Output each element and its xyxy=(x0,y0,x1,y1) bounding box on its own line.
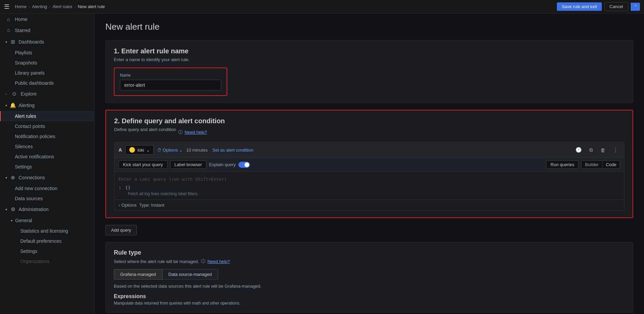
section-query: 2. Define query and alert condition Defi… xyxy=(105,110,633,218)
alerting-icon: 🔔 xyxy=(10,102,16,108)
options-expand-label: Options xyxy=(121,203,136,208)
topbar-right: Save rule and exit Cancel ⌃ xyxy=(557,2,640,11)
sidebar-section-general[interactable]: ▾ General xyxy=(0,215,94,226)
sidebar-item-starred[interactable]: ☆ Starred xyxy=(0,25,94,36)
add-connection-label: Add new connection xyxy=(15,186,57,191)
code-button[interactable]: Code xyxy=(602,161,620,168)
sidebar-section-dashboards[interactable]: ▾ ⊞ Dashboards xyxy=(0,36,94,48)
sidebar-alerting-label: Alerting xyxy=(19,103,34,108)
sidebar-item-data-sources[interactable]: Data sources xyxy=(0,193,94,204)
dashboards-arrow-icon: ▾ xyxy=(5,40,7,44)
sidebar-item-snapshots[interactable]: Snapshots xyxy=(0,58,94,68)
sidebar-item-library-panels[interactable]: Library panels xyxy=(0,68,94,78)
cancel-button[interactable]: Cancel xyxy=(604,2,628,11)
options-expand[interactable]: › Options xyxy=(119,203,136,208)
rule-type-help-link[interactable]: Need help? xyxy=(207,259,230,264)
more-icon-btn[interactable]: ⋮ xyxy=(611,146,620,154)
kick-start-button[interactable]: Kick start your query xyxy=(119,160,168,169)
home-icon: ⌂ xyxy=(5,16,11,22)
query-help-link[interactable]: Need help? xyxy=(185,130,207,135)
playlists-label: Playlists xyxy=(15,50,32,55)
general-arrow-icon: ▾ xyxy=(11,219,12,223)
builder-code-group: Builder Code xyxy=(581,160,620,169)
sidebar-dashboards-label: Dashboards xyxy=(19,39,44,45)
alert-rules-label: Alert rules xyxy=(15,113,36,119)
toggle-knob xyxy=(244,162,249,167)
sidebar-item-add-connection[interactable]: Add new connection xyxy=(0,183,94,193)
save-rule-button[interactable]: Save rule and exit xyxy=(557,2,601,11)
sidebar-item-explore[interactable]: › ⊙ Explore xyxy=(0,88,94,100)
toolbar-right: Run queries Builder Code xyxy=(546,160,620,169)
query-header-right: 🕐 ⧉ 🗑 ⋮ xyxy=(573,146,620,154)
default-preferences-label: Default preferences xyxy=(20,238,61,244)
admin-settings-label: Settings xyxy=(20,248,37,254)
sidebar-section-connections[interactable]: ▾ ⊕ Connections xyxy=(0,172,94,183)
query-hint: Fetch all log lines matching label filte… xyxy=(119,191,620,196)
query-toolbar: Kick start your query Label browser Expl… xyxy=(114,158,624,172)
topbar-left: ☰ Home › Alerting › Alert rules › New al… xyxy=(4,3,105,10)
copy-icon-btn[interactable]: ⧉ xyxy=(587,146,595,154)
rule-type-title: Rule type xyxy=(114,249,625,256)
explore-arrow-icon: › xyxy=(5,92,6,96)
set-alert-button[interactable]: Set as alert condition xyxy=(212,148,253,153)
sidebar-item-contact-points[interactable]: Contact points xyxy=(0,121,94,131)
save-chevron-button[interactable]: ⌃ xyxy=(631,3,640,11)
explain-toggle[interactable] xyxy=(238,162,250,168)
breadcrumb-alerting[interactable]: Alerting xyxy=(32,4,47,9)
label-browser-button[interactable]: Label browser xyxy=(170,160,207,169)
organizations-label: Organizations xyxy=(20,259,49,264)
builder-button[interactable]: Builder xyxy=(582,161,602,168)
datasource-managed-tab[interactable]: Data source-managed xyxy=(162,269,218,280)
sidebar-item-silences[interactable]: Silences xyxy=(0,141,94,152)
sidebar-item-alert-rules[interactable]: Alert rules xyxy=(0,111,94,121)
sidebar-item-admin-settings[interactable]: Settings xyxy=(0,246,94,256)
rule-type-subtitle: Select where the alert rule will be mana… xyxy=(114,259,199,264)
sidebar-connections-label: Connections xyxy=(19,175,45,180)
run-queries-button[interactable]: Run queries xyxy=(546,160,578,169)
sidebar-item-statistics[interactable]: Statistics and licensing xyxy=(0,226,94,236)
sidebar-general-label: General xyxy=(15,218,32,223)
add-query-button[interactable]: Add query xyxy=(105,225,137,235)
breadcrumb-alert-rules[interactable]: Alert rules xyxy=(52,4,72,9)
sidebar-item-default-preferences[interactable]: Default preferences xyxy=(0,236,94,246)
sidebar-item-active-notifications[interactable]: Active notifications xyxy=(0,152,94,162)
query-editor-area[interactable]: Enter a Loki query (run with Shift+Enter… xyxy=(114,172,624,200)
sidebar-item-alerting-settings[interactable]: Settings xyxy=(0,162,94,172)
expressions-subtitle: Manipulate data returned from queries wi… xyxy=(114,301,625,306)
datasource-select[interactable]: 🟡 loki ⌄ xyxy=(125,145,154,155)
sidebar-item-home-label: Home xyxy=(15,17,27,22)
alerting-arrow-icon: ▾ xyxy=(5,104,7,107)
breadcrumb-home[interactable]: Home xyxy=(15,4,27,9)
library-panels-label: Library panels xyxy=(15,70,45,76)
datasource-icon: 🟡 xyxy=(129,147,135,153)
connections-icon: ⊕ xyxy=(10,175,16,181)
sidebar-item-organizations[interactable]: Organizations xyxy=(0,256,94,266)
options-button[interactable]: ⏱ Options ⌄ xyxy=(157,148,183,153)
sidebar-item-notification-policies[interactable]: Notification policies xyxy=(0,131,94,141)
section2-title: 2. Define query and alert condition xyxy=(114,117,624,125)
breadcrumb: Home › Alerting › Alert rules › New aler… xyxy=(15,4,105,9)
statistics-label: Statistics and licensing xyxy=(20,228,68,234)
main-layout: ⌂ Home ☆ Starred ▾ ⊞ Dashboards Playlist… xyxy=(0,14,644,314)
sidebar-section-administration[interactable]: ▾ ⚙ Administration xyxy=(0,204,94,215)
name-input-area: Name xyxy=(114,68,227,96)
sidebar-section-alerting[interactable]: ▾ 🔔 Alerting xyxy=(0,100,94,111)
datasource-chevron-icon: ⌄ xyxy=(146,148,150,153)
topbar: ☰ Home › Alerting › Alert rules › New al… xyxy=(0,0,644,14)
sidebar-item-public-dashboards[interactable]: Public dashboards xyxy=(0,78,94,88)
section1-subtitle: Enter a name to identify your alert rule… xyxy=(114,57,625,62)
minutes-text: 10 minutes xyxy=(186,148,208,153)
info-icon: ⓘ xyxy=(178,129,183,135)
grafana-managed-tab[interactable]: Grafana-managed xyxy=(114,269,162,280)
sidebar-item-home[interactable]: ⌂ Home xyxy=(0,14,94,25)
sidebar-item-playlists[interactable]: Playlists xyxy=(0,48,94,58)
menu-icon[interactable]: ☰ xyxy=(4,3,9,10)
contact-points-label: Contact points xyxy=(15,124,45,129)
name-input[interactable] xyxy=(120,80,221,90)
data-sources-label: Data sources xyxy=(15,196,43,201)
delete-icon-btn[interactable]: 🗑 xyxy=(598,147,608,154)
section2-help: Define query and alert condition ⓘ Need … xyxy=(114,127,624,137)
history-icon-btn[interactable]: 🕐 xyxy=(573,146,584,154)
main-content: New alert rule 1. Enter alert rule name … xyxy=(95,14,644,314)
section2-subtitle: Define query and alert condition xyxy=(114,127,176,132)
